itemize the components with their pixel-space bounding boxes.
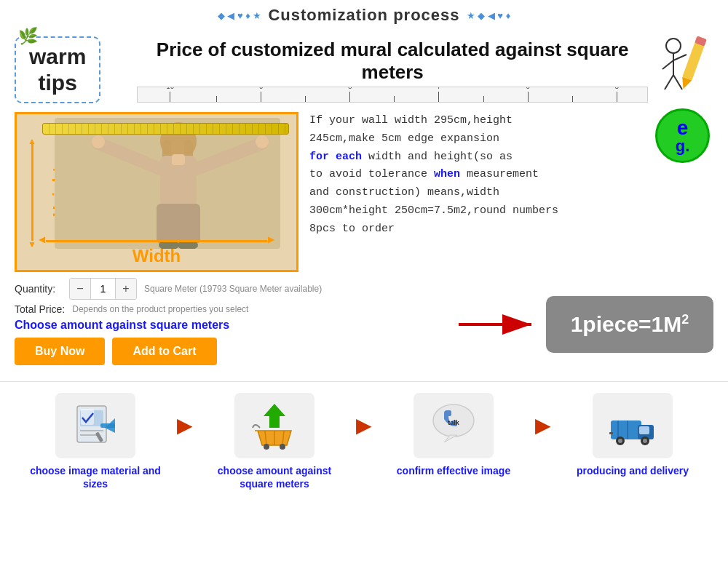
svg-rect-52 — [609, 432, 613, 434]
quantity-unit: Square Meter (19793 Square Meter availab… — [144, 284, 322, 294]
quantity-decrease-button[interactable]: − — [70, 279, 90, 299]
svg-rect-43 — [611, 420, 641, 439]
process-icon-1 — [55, 393, 135, 458]
quantity-label: Quantity: — [15, 283, 62, 295]
example-area: e g. If your wall width 295cm,height 245… — [309, 112, 713, 272]
ruler-mark-9 — [216, 95, 217, 102]
process-step-2-label: choose amount against square meters — [209, 464, 340, 490]
svg-line-6 — [673, 55, 687, 60]
process-arrow-2: ▶ — [356, 413, 372, 437]
svg-point-49 — [618, 439, 622, 443]
warm-tips-box: warm tips — [15, 36, 100, 103]
buy-now-button[interactable]: Buy Now — [15, 338, 105, 365]
process-step-2: choose amount against square meters — [209, 393, 340, 490]
ruler-mark-9b: 9 — [259, 87, 264, 102]
quantity-price-section: Quantity: − + Square Meter (19793 Square… — [0, 272, 728, 374]
piece-arrow-area: 1piece=1M2 — [488, 278, 713, 371]
process-step-3: talk confirm effective image — [388, 393, 519, 477]
ruler-mark-5: 5 — [614, 87, 619, 102]
add-to-cart-button[interactable]: Add to Cart — [112, 338, 216, 365]
svg-point-18 — [256, 135, 269, 148]
svg-line-8 — [673, 75, 682, 89]
for-each-highlight: for each — [309, 151, 362, 163]
quantity-row: Quantity: − + Square Meter (19793 Square… — [15, 278, 488, 300]
svg-marker-41 — [444, 435, 457, 442]
warm-tips-text: warm tips — [29, 44, 86, 96]
piece-box: 1piece=1M2 — [546, 296, 713, 353]
deco-right: ★ ◆ ◀ ♥ ♦ — [467, 10, 511, 21]
eg-badge: e g. — [655, 108, 710, 163]
svg-point-39 — [280, 444, 285, 450]
process-icon-2 — [234, 393, 314, 458]
svg-text:talk: talk — [448, 419, 460, 426]
qty-price-left: Quantity: − + Square Meter (19793 Square… — [15, 278, 488, 371]
tape-measure — [42, 123, 289, 135]
ruler-mark-7: 7 — [437, 87, 441, 102]
ruler-mark-8: 8 — [348, 87, 352, 102]
total-price-value: Depends on the product properties you se… — [72, 304, 248, 314]
when-highlight: when — [434, 168, 460, 180]
svg-rect-22 — [172, 154, 185, 165]
process-step-4: producing and delivery — [567, 393, 698, 477]
top-section: 🌿 warm tips Price of customized mural ca… — [0, 33, 728, 109]
ruler-mark-7sm — [394, 95, 395, 102]
ruler-mark-6sm — [483, 95, 484, 102]
deco-left: ◆ ◀ ♥ ♦ ★ — [218, 10, 262, 21]
woman-svg — [55, 118, 280, 249]
quantity-increase-button[interactable]: + — [116, 279, 136, 299]
svg-rect-19 — [157, 204, 200, 244]
ruler: 10 9 8 7 6 5 — [137, 87, 648, 103]
woman-figure-area — [46, 125, 289, 241]
svg-line-5 — [662, 60, 673, 69]
process-arrow-3: ▶ — [535, 413, 551, 437]
svg-rect-30 — [100, 423, 115, 428]
stick-figure-area — [648, 33, 713, 109]
total-price-row: Total Price: Depends on the product prop… — [15, 303, 488, 315]
price-heading-area: Price of customized mural calculated aga… — [137, 33, 648, 107]
height-arrow — [31, 143, 33, 241]
qty-price-wrapper: Quantity: − + Square Meter (19793 Square… — [15, 278, 713, 371]
ruler-mark-6: 6 — [526, 87, 530, 102]
svg-point-51 — [643, 439, 647, 443]
wall-image-box: Height — [15, 112, 298, 272]
quantity-controls[interactable]: − + — [69, 278, 137, 300]
ruler-mark-5sm — [572, 95, 573, 102]
ruler-mark-10: 10 — [166, 87, 174, 102]
piece-text: 1piece=1M2 — [571, 312, 689, 337]
svg-point-38 — [264, 444, 269, 450]
eg-e-letter: e — [677, 118, 689, 138]
eg-g-letter: g. — [676, 138, 690, 154]
svg-rect-45 — [639, 426, 649, 434]
page-header: ◆ ◀ ♥ ♦ ★ Customization process ★ ◆ ◀ ♥ … — [0, 0, 728, 29]
width-arrow — [46, 240, 267, 242]
process-step-1: choose image material and sizes — [30, 393, 161, 490]
width-label: Width — [132, 246, 181, 266]
height-label-wrap: Height — [18, 136, 44, 248]
stick-figure-pencil-svg — [652, 33, 710, 105]
price-heading: Price of customized mural calculated aga… — [137, 39, 648, 84]
svg-rect-31 — [81, 409, 94, 425]
choose-image-icon — [70, 400, 121, 451]
header-title: Customization process — [268, 6, 459, 25]
svg-point-3 — [666, 39, 681, 53]
confirm-image-icon: talk — [428, 400, 479, 451]
process-step-4-label: producing and delivery — [577, 464, 689, 477]
button-row: Buy Now Add to Cart — [15, 338, 488, 365]
ruler-marks: 10 9 8 7 6 5 — [138, 87, 647, 102]
process-step-3-label: confirm effective image — [397, 464, 510, 477]
red-arrow-svg — [459, 303, 546, 346]
total-price-label: Total Price: — [15, 303, 65, 315]
example-text: If your wall width 295cm,height 245cm,ma… — [309, 112, 713, 238]
process-step-1-label: choose image material and sizes — [30, 464, 161, 490]
svg-point-17 — [92, 135, 105, 148]
choose-amount-link[interactable]: Choose amount against square meters — [15, 319, 488, 332]
middle-section: Height — [0, 112, 728, 272]
quantity-input[interactable] — [90, 279, 116, 299]
process-icon-3: talk — [414, 393, 494, 458]
ruler-mark-8sm — [305, 95, 306, 102]
svg-line-7 — [665, 75, 673, 89]
leaf-decoration: 🌿 — [18, 27, 38, 46]
process-section: choose image material and sizes ▶ — [0, 381, 728, 498]
process-arrow-1: ▶ — [177, 413, 193, 437]
header-deco-row: ◆ ◀ ♥ ♦ ★ Customization process ★ ◆ ◀ ♥ … — [0, 6, 728, 25]
